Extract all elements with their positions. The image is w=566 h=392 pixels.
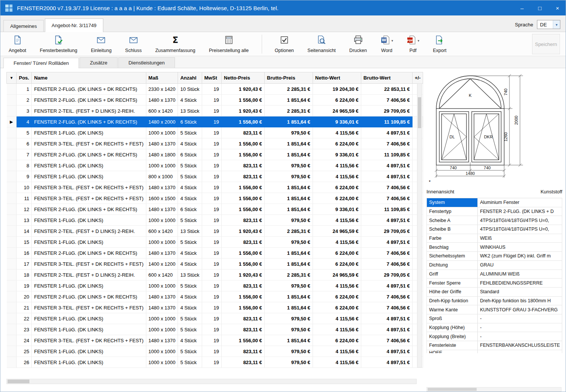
row-selector[interactable] <box>7 193 17 204</box>
property-row-kopplung-breite[interactable]: Kopplung (Breite) - <box>427 332 562 341</box>
property-row-system[interactable]: System Aluminium Fenster <box>427 198 562 207</box>
property-row-fenster-sperre[interactable]: Fenster Sperre FEHLBEDIENUNGSSPERRE <box>427 279 562 288</box>
toolbar-button-einleitung[interactable]: Einleitung <box>89 34 114 55</box>
table-row[interactable]: 26FENSTER 1-FLüG. (DK LINKS)1000 x 10005… <box>7 357 423 368</box>
row-selector[interactable]: ▶ <box>7 116 17 127</box>
property-row-scheibe-b[interactable]: Scheibe B 4TPS/18TGI/4/18TGI/4TPS U=0, <box>427 225 562 234</box>
table-row[interactable]: 17FENSTER 3-TEIL. (FEST + DK RECHTS + FE… <box>7 259 423 270</box>
property-row-fenstertyp[interactable]: Fenstertyp FENSTER 2-FLüG. (DK LINKS + D <box>427 207 562 216</box>
maximize-button[interactable]: □ <box>531 0 549 15</box>
property-row-griff[interactable]: Griff ALUMINIUM WEIß <box>427 270 562 279</box>
table-row[interactable]: 9FENSTER 1-FLüG. (DK LINKS)800 x 10005 S… <box>7 171 423 182</box>
row-selector[interactable] <box>7 204 17 215</box>
property-row-warme-kante[interactable]: Warme Kante KUNSTSTOFF GRAU 3-FACHVERG <box>427 305 562 314</box>
table-row[interactable]: ▶4FENSTER 2-FLüG. (DK LINKS + DK RECHTS)… <box>7 116 423 127</box>
toolbar-button-seitenansicht[interactable]: Seitenansicht <box>305 34 338 55</box>
row-selector[interactable] <box>7 106 17 116</box>
toolbar-button-export[interactable]: Export <box>431 34 449 55</box>
chevron-down-icon[interactable]: ▾ <box>553 20 560 29</box>
row-selector[interactable] <box>7 215 17 226</box>
property-row-beschlag[interactable]: Beschlag WINKHAUS <box>427 243 562 252</box>
row-selector[interactable] <box>7 335 17 346</box>
table-row[interactable]: 6FENSTER 3-TEIL. (FEST + DK RECHTS + FES… <box>7 138 423 149</box>
table-row[interactable]: 5FENSTER 1-FLüG. (DK LINKS)1000 x 10005 … <box>7 127 423 138</box>
column-header-ma[interactable]: Maß <box>146 72 178 84</box>
property-row-h-he-der-griffe[interactable]: Höhe der Griffe Standard <box>427 288 562 297</box>
save-button[interactable]: Speichern <box>532 34 560 54</box>
row-selector[interactable] <box>7 291 17 302</box>
row-selector[interactable] <box>7 237 17 248</box>
property-row-scheibe-a[interactable]: Scheibe A 4TPS/18TGI/4/18TGI/4TPS U=0, <box>427 216 562 225</box>
row-selector[interactable] <box>7 313 17 324</box>
table-row[interactable]: 15FENSTER 1-FLüG. (DK LINKS)1000 x 10005… <box>7 237 423 248</box>
subtab-dienstleistungen[interactable]: Dienstleistungen <box>118 57 175 68</box>
column-header-pos[interactable]: Pos. <box>17 72 32 84</box>
property-grid[interactable]: System Aluminium Fenster Fenstertyp FENS… <box>426 198 562 353</box>
property-row-sicherheitssytem[interactable]: Sicherheitssytem WK2 (zum Flügel DK) ink… <box>427 252 562 261</box>
filter-dropdown-icon[interactable]: ▼ <box>7 72 17 84</box>
table-row[interactable]: 12FENSTER 2-FLüG. (DK LINKS + DK RECHTS)… <box>7 204 423 215</box>
toolbar-button-schluss[interactable]: Schluss <box>123 34 144 55</box>
table-row[interactable]: 16FENSTER 2-FLüG. (DK LINKS + DK RECHTS)… <box>7 248 423 259</box>
toolbar-button-zusammenfassung[interactable]: Σ Zusammenfassung <box>153 34 198 55</box>
row-selector[interactable] <box>7 357 17 368</box>
column-header-netto-preis[interactable]: Netto-Preis <box>221 72 264 84</box>
close-button[interactable]: × <box>549 0 566 15</box>
dropdown-caret-icon[interactable]: ▾ <box>391 39 393 43</box>
language-select[interactable]: DE ▾ <box>537 20 560 29</box>
panel-horizontal-scrollbar[interactable] <box>426 387 561 392</box>
row-selector[interactable] <box>7 95 17 106</box>
column-header-brutto-wert[interactable]: Brutto-Wert <box>361 72 412 84</box>
subtab-fenster-t-ren-rolll-den[interactable]: Fenster/ Türen/ Rollläden <box>3 58 79 68</box>
table-row[interactable]: 1FENSTER 2-FLüG. (DK LINKS + DK RECHTS)2… <box>7 84 423 95</box>
table-row[interactable]: 13FENSTER 1-FLüG. (DK LINKS)1000 x 10005… <box>7 215 423 226</box>
column-header-name[interactable]: Name <box>32 72 146 84</box>
items-table[interactable]: ▼Pos.NameMaßAnzahlMwStNetto-PreisBrutto-… <box>6 72 423 368</box>
tab-allgemeines[interactable]: Allgemeines <box>3 20 44 32</box>
subtab-zus-tze[interactable]: Zusätze <box>80 57 117 68</box>
column-header-anzahl[interactable]: Anzahl <box>178 72 202 84</box>
table-row[interactable]: 7FENSTER 2-FLüG. (DK LINKS + DK RECHTS)1… <box>7 149 423 160</box>
column-header-[interactable]: +/- <box>412 72 423 84</box>
table-row[interactable]: 23FENSTER 1-FLüG. (DK LINKS)1000 x 10005… <box>7 324 423 335</box>
minimize-button[interactable]: – <box>513 0 531 15</box>
property-row-farbe[interactable]: Farbe WEIß <box>427 234 562 243</box>
vertical-scrollbar[interactable] <box>417 83 422 368</box>
table-row[interactable]: 14FENSTER 2-TEIL. (FEST + D LINKS) 2-REI… <box>7 226 423 237</box>
table-row[interactable]: 2FENSTER 2-FLüG. (DK LINKS + DK RECHTS)1… <box>7 95 423 106</box>
dropdown-caret-icon[interactable]: ▾ <box>417 39 419 43</box>
table-row[interactable]: 24FENSTER 3-TEIL. (FEST + DK RECHTS + FE… <box>7 335 423 346</box>
table-row[interactable]: 22FENSTER 1-FLüG. (DK LINKS)1000 x 10005… <box>7 313 423 324</box>
row-selector[interactable] <box>7 259 17 270</box>
row-selector[interactable] <box>7 171 17 182</box>
row-selector[interactable] <box>7 149 17 160</box>
property-row-dreh-kipp-funktion[interactable]: Dreh-Kipp funktion Dreh-Kipp funktion bi… <box>427 297 562 306</box>
toolbar-button-preiserstellung-alle[interactable]: Preiserstellung alle <box>207 34 251 55</box>
table-row[interactable]: 8FENSTER 1-FLüG. (DK LINKS)1000 x 10005 … <box>7 160 423 171</box>
row-selector[interactable] <box>7 280 17 291</box>
row-selector[interactable] <box>7 138 17 149</box>
table-row[interactable]: 11FENSTER 3-TEIL. (FEST + DK RECHTS + FE… <box>7 193 423 204</box>
row-selector[interactable] <box>7 127 17 138</box>
toolbar-button-fensterbestellung[interactable]: Fensterbestellung <box>38 34 80 55</box>
tab-angebot-nr-3-11749[interactable]: Angebot-Nr. 3/11749 <box>45 18 103 32</box>
property-row-kopplung-h-he[interactable]: Kopplung (Höhe) - <box>427 323 562 332</box>
panel-scrollbar-thumb[interactable] <box>428 388 477 391</box>
column-header-mwst[interactable]: MwSt <box>202 72 221 84</box>
row-selector[interactable] <box>7 182 17 193</box>
toolbar-button-drucken[interactable]: Drucken <box>347 34 369 55</box>
row-selector[interactable] <box>7 346 17 357</box>
toolbar-button-angebot[interactable]: Angebot <box>6 34 29 55</box>
row-selector[interactable] <box>7 302 17 313</box>
row-selector[interactable] <box>7 160 17 171</box>
row-selector[interactable] <box>7 84 17 95</box>
table-row[interactable]: 21FENSTER 3-TEIL. (FEST + DK RECHTS + FE… <box>7 302 423 313</box>
row-selector[interactable] <box>7 270 17 280</box>
horizontal-scrollbar[interactable] <box>6 379 417 384</box>
toolbar-button-word[interactable]: W▾ Word <box>378 34 396 55</box>
row-selector[interactable] <box>7 324 17 335</box>
row-selector[interactable] <box>7 248 17 259</box>
vertical-scrollbar-thumb[interactable] <box>418 97 421 128</box>
property-row-fensterleiste[interactable]: Fensterleiste FENSTERBANKANSCHLUSSLEISTE <box>427 341 562 350</box>
table-row[interactable]: 19FENSTER 1-FLüG. (DK LINKS)1000 x 10005… <box>7 280 423 291</box>
